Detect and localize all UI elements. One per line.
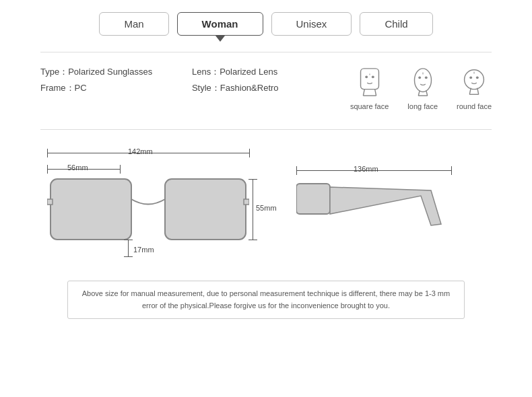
tab-man[interactable]: Man xyxy=(99,12,168,36)
glasses-side-svg xyxy=(296,177,451,238)
svg-point-7 xyxy=(414,69,431,92)
divider-top xyxy=(40,52,492,52)
svg-line-8 xyxy=(418,91,420,96)
top-tick-height xyxy=(248,179,257,180)
temple-left-tick xyxy=(296,166,297,175)
long-face-icon xyxy=(408,66,438,100)
svg-rect-25 xyxy=(296,184,330,214)
divider-mid xyxy=(40,129,492,130)
tab-unisex[interactable]: Unisex xyxy=(271,12,352,36)
spec-frame: Frame：PC xyxy=(40,82,185,94)
tabs-container: Man Woman Unisex Child xyxy=(0,0,532,40)
temple-right-tick xyxy=(451,166,452,175)
side-view: 136mm xyxy=(290,164,465,258)
bridge-bot-tick xyxy=(124,256,133,257)
bridge-top-tick xyxy=(124,240,133,240)
bot-tick-height xyxy=(248,240,257,240)
spec-style: Style：Fashion&Retro xyxy=(192,82,337,94)
lens-height-line xyxy=(253,179,253,240)
svg-rect-0 xyxy=(360,69,378,89)
dimensions-section: 142mm 56mm 55mm 17mm xyxy=(0,137,532,277)
total-width-label: 142mm xyxy=(128,147,153,155)
long-face-label: long face xyxy=(407,102,438,110)
lens-height-label: 55mm xyxy=(256,204,277,212)
svg-rect-23 xyxy=(47,199,53,205)
square-face-label: square face xyxy=(350,102,389,110)
lens-width-label: 56mm xyxy=(67,164,88,172)
round-face-label: round face xyxy=(457,102,492,110)
svg-point-5 xyxy=(371,75,374,78)
svg-line-9 xyxy=(426,91,427,96)
face-long: long face xyxy=(407,66,438,110)
face-icons: square face long face xyxy=(337,66,492,110)
svg-line-16 xyxy=(477,88,479,95)
front-view: 142mm 56mm 55mm 17mm xyxy=(40,143,269,271)
face-square: square face xyxy=(350,66,389,110)
left-tick-total xyxy=(47,149,48,157)
svg-point-11 xyxy=(418,76,421,79)
face-round: round face xyxy=(457,66,492,110)
bridge-vert-line xyxy=(128,240,129,257)
svg-point-18 xyxy=(469,76,472,79)
svg-rect-22 xyxy=(165,179,246,240)
right-tick-total xyxy=(249,149,250,157)
disclaimer: Above size for manual measurement, due t… xyxy=(67,281,465,319)
svg-line-2 xyxy=(374,89,376,96)
svg-point-19 xyxy=(476,76,479,79)
glasses-front-svg xyxy=(47,176,249,256)
round-face-icon xyxy=(459,66,489,100)
spec-lens: Lens：Polarized Lens xyxy=(192,66,337,78)
svg-line-15 xyxy=(469,88,471,95)
tab-child[interactable]: Child xyxy=(360,12,432,36)
square-face-icon xyxy=(355,66,385,100)
svg-line-1 xyxy=(363,89,364,96)
bridge-label: 17mm xyxy=(133,246,154,254)
right-tick-lens xyxy=(120,165,121,174)
svg-rect-24 xyxy=(244,199,249,205)
svg-point-12 xyxy=(425,76,428,79)
svg-rect-21 xyxy=(51,179,131,240)
spec-type: Type：Polarized Sunglasses xyxy=(40,66,185,78)
left-tick-lens xyxy=(47,165,48,174)
temple-length-label: 136mm xyxy=(354,165,378,173)
specs-text: Type：Polarized Sunglasses Frame：PC xyxy=(40,66,185,94)
svg-point-4 xyxy=(365,75,368,78)
tab-woman[interactable]: Woman xyxy=(177,12,263,36)
specs-section: Type：Polarized Sunglasses Frame：PC Lens：… xyxy=(0,59,532,117)
specs-text2: Lens：Polarized Lens Style：Fashion&Retro xyxy=(192,66,337,94)
